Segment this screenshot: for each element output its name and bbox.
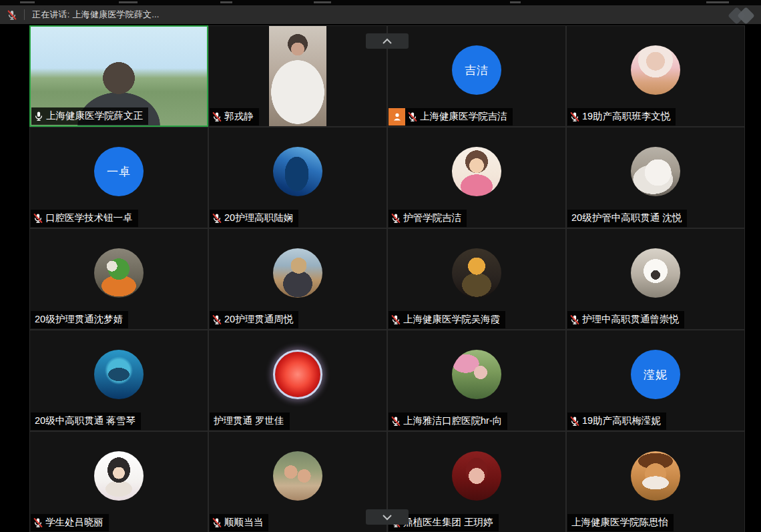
participant-name-label: 20护理高职陆娴 [210,210,298,227]
avatar-initials-text: 滢妮 [644,367,668,382]
avatar-photo-cat-painting [452,248,501,298]
participant-name-label: 20级中高职贯通 蒋雪琴 [31,413,141,430]
avatar-cartoon-girl [452,147,501,196]
name-label-wrap: 上海健康医学院薛文正 [31,107,148,125]
participant-name-label: 20护理贯通周悦 [210,311,298,328]
name-label-wrap: 19助产高职班李文悦 [567,108,676,125]
participant-name-label: 20级护理贯通沈梦婧 [31,311,128,328]
participant-name-label: 口腔医学技术钮一卓 [31,210,138,227]
member-badge [389,108,405,125]
participant-tile-jijie[interactable]: 吉洁 上海健康医学院吉洁 [387,25,566,127]
name-label-wrap: 20级护管中高职贯通 沈悦 [567,210,687,227]
participant-name-label: 19助产高职班李文悦 [567,108,676,125]
participant-name-label: 上海健康医学院吉洁 [405,108,513,125]
participant-name: 护管学院吉洁 [403,212,461,224]
avatar-cartoon-angry-man [631,451,680,501]
avatar-photo-white-puppy [631,248,680,298]
fragment [706,1,729,3]
participant-tile-shenyue[interactable]: 20级护管中高职贯通 沈悦 [566,127,745,228]
mic-muted-icon [391,416,401,427]
avatar-cartoon-girl-black-hair [94,451,144,501]
participant-tile-lvxiaoli[interactable]: 学生处吕晓丽 [29,431,208,532]
participant-tile-meiyingni[interactable]: 滢妮 19助产高职梅滢妮 [566,330,745,431]
participant-tile-jiangxueqin[interactable]: 20级中高职贯通 蒋雪琴 [29,330,208,431]
participant-name-label: 郭戎静 [210,108,259,125]
participant-grid: 上海健康医学院薛文正 郭戎静 吉洁 上海健康医学院吉洁 [29,25,745,532]
participant-name: 上海雅洁口腔医院hr-向 [403,415,502,427]
name-label-wrap: 20护理贯通周悦 [210,311,298,328]
participant-name-label: 19助产高职梅滢妮 [567,413,666,430]
fragment [510,1,521,3]
name-label-wrap: 19助产高职梅滢妮 [567,413,666,430]
participant-name: 20护理高职陆娴 [224,212,293,224]
participant-name-label: 学生处吕晓丽 [31,514,109,531]
participant-tile-wangyueting[interactable]: 鼎植医生集团 王玥婷 [387,431,566,532]
participant-name: 19助产高职梅滢妮 [582,415,661,427]
fragment [119,1,138,3]
chevron-down-icon [380,512,395,523]
participant-name: 19助产高职班李文悦 [582,110,670,123]
participant-tile-shenmengjing[interactable]: 20级护理贯通沈梦婧 [29,228,208,330]
participant-tile-liwenyue[interactable]: 19助产高职班李文悦 [566,25,745,127]
participant-name: 20护理贯通周悦 [224,313,293,326]
participant-name: 顺顺当当 [224,516,263,529]
participant-tile-zengchongyue[interactable]: 护理中高职贯通曾崇悦 [566,228,745,330]
participant-name-label: 上海健康医学院吴海霞 [389,311,505,328]
participant-tile-luoshijia[interactable]: 护理贯通 罗世佳 [208,330,387,431]
participant-tile-luxian[interactable]: 20护理高职陆娴 [208,127,387,228]
fragment [220,1,232,3]
participant-tile-niuyizhuo[interactable]: 一卓 口腔医学技术钮一卓 [29,127,208,228]
avatar-photo-two-kids [273,451,322,501]
avatar-initials: 吉洁 [452,45,501,95]
mic-muted-icon [569,111,580,122]
scroll-down-button[interactable] [366,509,409,525]
participant-name: 上海健康医学院吴海霞 [403,313,500,326]
mic-muted-icon [212,213,222,224]
background-window-fragments [0,0,761,5]
participant-tile-huguan-jijie[interactable]: 护管学院吉洁 [387,127,566,228]
avatar-initials: 一卓 [94,147,144,196]
mic-muted-icon [391,314,401,325]
participant-name-label: 护管学院吉洁 [389,210,467,227]
participant-name-label: 上海雅洁口腔医院hr-向 [389,413,507,430]
avatar-photo-underwater [94,350,144,399]
divider [24,9,25,20]
avatar-photo-person-hat [273,248,322,298]
avatar-cartoon-red-girl [452,451,501,501]
participant-tile-wuhaixia[interactable]: 上海健康医学院吴海霞 [387,228,566,330]
avatar-photo-dog-samoyed [631,147,680,196]
participant-name: 护理贯通 罗世佳 [214,415,284,427]
mic-muted-icon [33,213,43,224]
participant-name: 20级护理贯通沈梦婧 [35,313,123,326]
participant-tile-shunshundangdang[interactable]: 顺顺当当 [208,431,387,532]
speaking-now-text: 正在讲话: 上海健康医学院薛文... [32,9,160,21]
participant-tile-xuewenzheng[interactable]: 上海健康医学院薛文正 [29,25,208,127]
participant-name: 鼎植医生集团 王玥婷 [403,516,493,529]
participant-name: 护理中高职贯通曾崇悦 [582,313,679,326]
participant-tile-zhouyue[interactable]: 20护理贯通周悦 [208,228,387,330]
microphone-muted-icon [7,9,17,21]
participant-tile-guorongjing[interactable]: 郭戎静 [208,25,387,127]
scroll-up-button[interactable] [366,33,409,49]
person-icon [392,111,403,122]
mic-muted-icon [569,314,580,325]
mic-muted-icon [33,517,43,528]
name-label-wrap: 上海健康医学院吴海霞 [389,311,505,328]
fragment [20,1,35,3]
participant-name: 口腔医学技术钮一卓 [45,212,133,224]
name-label-wrap: 20级中高职贯通 蒋雪琴 [31,413,141,430]
mic-muted-icon [212,517,222,528]
participant-tile-hr-xiang[interactable]: 上海雅洁口腔医院hr-向 [387,330,566,431]
mic-muted-icon [407,111,418,122]
avatar-photo-frog-toy [94,248,144,298]
participant-name-label: 20级护管中高职贯通 沈悦 [567,210,687,227]
participant-name: 上海健康医学院薛文正 [46,109,143,122]
mic-on-icon [33,111,44,121]
participant-name: 上海健康医学院陈思怡 [571,516,668,529]
participant-tile-chensiyi[interactable]: 上海健康医学院陈思怡 [566,431,745,532]
video-feed-portrait [269,26,326,126]
avatar-initials-text: 吉洁 [465,63,489,78]
avatar-initials: 滢妮 [631,350,680,399]
participant-name-label: 顺顺当当 [210,514,268,531]
name-label-wrap: 护理中高职贯通曾崇悦 [567,311,684,328]
